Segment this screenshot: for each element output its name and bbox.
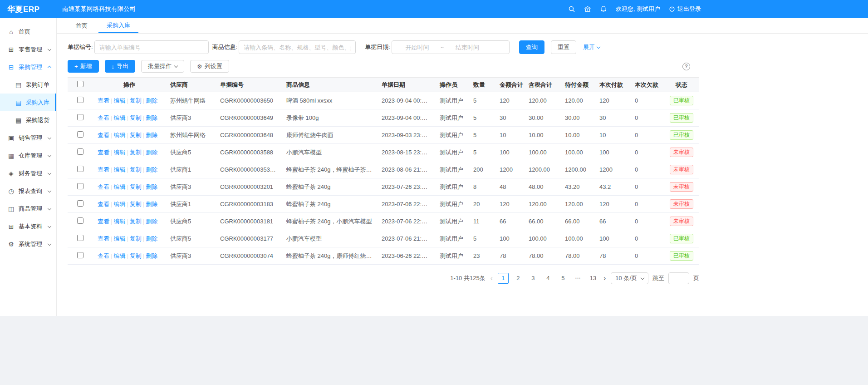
view-link[interactable]: 查看: [98, 218, 109, 225]
batch-actions-button[interactable]: 批量操作: [141, 60, 184, 73]
edit-link[interactable]: 编辑: [113, 166, 125, 173]
action-separator: |: [127, 114, 128, 121]
edit-link[interactable]: 编辑: [113, 252, 125, 259]
copy-link[interactable]: 复制: [130, 252, 142, 259]
column-settings-button[interactable]: ⚙ 列设置: [190, 60, 229, 73]
copy-link[interactable]: 复制: [130, 235, 142, 242]
row-checkbox[interactable]: [77, 252, 83, 258]
delete-link[interactable]: 删除: [146, 183, 157, 190]
action-separator: |: [143, 97, 144, 104]
sidebar-item-basic-data[interactable]: ⊞ 基本资料: [0, 217, 56, 235]
logout-button[interactable]: 退出登录: [669, 5, 701, 13]
row-checkbox[interactable]: [77, 166, 83, 172]
copy-link[interactable]: 复制: [130, 149, 142, 156]
delete-link[interactable]: 删除: [146, 132, 157, 138]
search-icon[interactable]: [568, 5, 575, 13]
select-all-checkbox[interactable]: [77, 81, 83, 87]
page-button[interactable]: 5: [558, 273, 569, 284]
actions-cell: 查看|编辑|复制|删除: [93, 109, 166, 127]
copy-link[interactable]: 复制: [130, 114, 142, 121]
page-button[interactable]: 4: [543, 273, 554, 284]
sidebar-item-purchase-return[interactable]: ▤ 采购退货: [0, 111, 56, 129]
add-button[interactable]: + 新增: [68, 60, 99, 73]
view-link[interactable]: 查看: [98, 97, 109, 104]
row-checkbox[interactable]: [77, 183, 83, 189]
search-button[interactable]: 查询: [519, 40, 544, 54]
copy-link[interactable]: 复制: [130, 218, 142, 225]
prev-page-button[interactable]: ‹: [490, 275, 494, 282]
view-link[interactable]: 查看: [98, 235, 109, 242]
page-button[interactable]: 3: [528, 273, 539, 284]
edit-link[interactable]: 编辑: [113, 218, 125, 225]
help-icon[interactable]: ?: [682, 63, 690, 70]
page-button[interactable]: 2: [513, 273, 524, 284]
sidebar-item-reports[interactable]: ◷ 报表查询: [0, 182, 56, 200]
sidebar-item-purchase-in[interactable]: ▤ 采购入库: [0, 94, 56, 111]
delete-link[interactable]: 删除: [146, 235, 157, 242]
delete-link[interactable]: 删除: [146, 201, 157, 207]
view-link[interactable]: 查看: [98, 183, 109, 190]
sidebar-item-finance[interactable]: ◈ 财务管理: [0, 164, 56, 182]
product-info-input[interactable]: [239, 40, 356, 54]
edit-link[interactable]: 编辑: [113, 183, 125, 190]
sidebar-item-warehouse[interactable]: ▦ 仓库管理: [0, 147, 56, 164]
view-link[interactable]: 查看: [98, 166, 109, 173]
view-link[interactable]: 查看: [98, 114, 109, 121]
row-checkbox[interactable]: [77, 97, 83, 103]
sidebar-item-sales[interactable]: ▣ 销售管理: [0, 129, 56, 147]
sidebar-item-home[interactable]: ⌂ 首页: [0, 23, 56, 40]
sidebar-item-retail[interactable]: ⊞ 零售管理: [0, 40, 56, 58]
delete-link[interactable]: 删除: [146, 166, 157, 173]
bell-icon[interactable]: [600, 5, 607, 13]
view-link[interactable]: 查看: [98, 132, 109, 138]
view-link[interactable]: 查看: [98, 201, 109, 207]
bill-no-input[interactable]: [94, 40, 209, 54]
delete-link[interactable]: 删除: [146, 218, 157, 225]
jump-page-input[interactable]: [668, 272, 689, 284]
next-page-button[interactable]: ›: [603, 275, 607, 282]
end-date-input[interactable]: [446, 44, 489, 51]
copy-link[interactable]: 复制: [130, 132, 142, 138]
pagination-ellipsis: •••: [573, 273, 584, 284]
tab-home[interactable]: 首页: [68, 18, 96, 33]
page-size-select[interactable]: 10 条/页: [611, 272, 648, 284]
page-button[interactable]: 1: [498, 273, 509, 284]
edit-link[interactable]: 编辑: [113, 97, 125, 104]
edit-link[interactable]: 编辑: [113, 201, 125, 207]
edit-link[interactable]: 编辑: [113, 235, 125, 242]
copy-link[interactable]: 复制: [130, 183, 142, 190]
row-checkbox[interactable]: [77, 148, 83, 155]
delete-link[interactable]: 删除: [146, 252, 157, 259]
delete-link[interactable]: 删除: [146, 149, 157, 156]
date-range-picker[interactable]: ~: [392, 40, 510, 54]
delete-link[interactable]: 删除: [146, 114, 157, 121]
expand-link[interactable]: 展开: [583, 43, 600, 51]
doc-icon: ▤: [15, 99, 22, 106]
delete-link[interactable]: 删除: [146, 97, 157, 104]
row-checkbox[interactable]: [77, 114, 83, 120]
sidebar-item-purchase[interactable]: ⊟ 采购管理: [0, 58, 56, 76]
sidebar-item-purchase-order[interactable]: ▤ 采购订单: [0, 76, 56, 94]
row-checkbox[interactable]: [77, 200, 83, 207]
export-button[interactable]: ↓ 导出: [105, 60, 136, 73]
app-logo[interactable]: 华夏ERP: [0, 4, 57, 15]
tab-purchase-in[interactable]: 采购入库: [98, 18, 138, 33]
copy-link[interactable]: 复制: [130, 97, 142, 104]
view-link[interactable]: 查看: [98, 252, 109, 259]
sidebar-item-goods[interactable]: ◫ 商品管理: [0, 200, 56, 217]
reset-button[interactable]: 重置: [551, 40, 576, 54]
sidebar-item-system[interactable]: ⚙ 系统管理: [0, 235, 56, 253]
row-checkbox[interactable]: [77, 217, 83, 224]
start-date-input[interactable]: [396, 44, 439, 51]
edit-link[interactable]: 编辑: [113, 149, 125, 156]
view-link[interactable]: 查看: [98, 149, 109, 156]
page-button[interactable]: 13: [588, 273, 598, 284]
edit-link[interactable]: 编辑: [113, 132, 125, 138]
copy-link[interactable]: 复制: [130, 166, 142, 173]
edit-link[interactable]: 编辑: [113, 114, 125, 121]
logout-label: 退出登录: [677, 5, 701, 13]
row-checkbox[interactable]: [77, 131, 83, 138]
bank-icon[interactable]: [584, 5, 591, 13]
copy-link[interactable]: 复制: [130, 201, 142, 207]
row-checkbox[interactable]: [77, 235, 83, 241]
